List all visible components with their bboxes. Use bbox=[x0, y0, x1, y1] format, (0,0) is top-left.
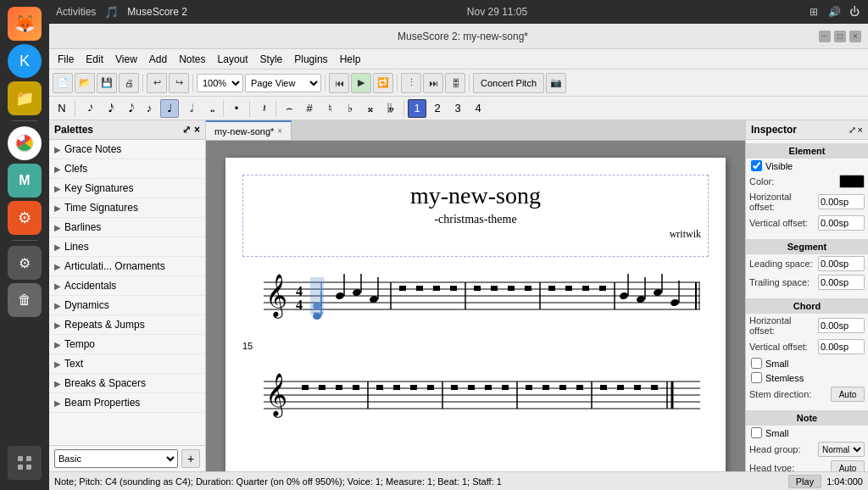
play-button[interactable]: ▶ bbox=[351, 73, 371, 93]
inspector-expand-icon[interactable]: ⤢ bbox=[849, 125, 856, 136]
rewind-button[interactable]: ⏮ bbox=[329, 73, 349, 93]
palette-type-select[interactable]: Basic Advanced bbox=[54, 449, 178, 468]
restore-button[interactable]: □ bbox=[834, 31, 846, 42]
palette-clefs[interactable]: ▶ Clefs bbox=[49, 159, 205, 179]
sidebar-separator bbox=[12, 120, 37, 121]
chrome-icon[interactable] bbox=[8, 126, 42, 160]
stemless-checkbox[interactable] bbox=[751, 372, 762, 383]
zoom-select[interactable]: 100% 75% 150% bbox=[197, 74, 243, 92]
firefox-icon[interactable]: 🦊 bbox=[8, 7, 42, 41]
h-offset-input[interactable] bbox=[818, 194, 865, 209]
palette-repeats[interactable]: ▶ Repeats & Jumps bbox=[49, 315, 205, 335]
color-picker[interactable] bbox=[839, 175, 865, 188]
trash-icon[interactable]: 🗑 bbox=[8, 283, 42, 317]
accidental-flat[interactable]: ♭ bbox=[341, 99, 359, 118]
svg-rect-81 bbox=[651, 385, 658, 390]
view-mode-select[interactable]: Page View Continuous View bbox=[245, 74, 321, 92]
menu-style[interactable]: Style bbox=[255, 52, 288, 67]
ubuntu-icon[interactable]: ⚙ bbox=[8, 201, 42, 235]
palette-tempo[interactable]: ▶ Tempo bbox=[49, 335, 205, 354]
palette-time-signatures[interactable]: ▶ Time Signatures bbox=[49, 198, 205, 218]
menu-notes[interactable]: Notes bbox=[174, 52, 210, 67]
undo-button[interactable]: ↩ bbox=[147, 73, 167, 93]
visible-checkbox[interactable] bbox=[751, 160, 762, 171]
palette-beam-properties[interactable]: ▶ Beam Properties bbox=[49, 393, 205, 413]
acc-2sharp[interactable]: 𝄪 bbox=[361, 99, 380, 118]
kde-icon[interactable]: K bbox=[8, 44, 42, 78]
rest-button[interactable]: 𝄽 bbox=[253, 99, 272, 118]
trailing-input[interactable] bbox=[818, 275, 865, 290]
score-canvas[interactable]: my-new-song -christmas-theme writwik bbox=[206, 141, 745, 471]
concert-pitch-button[interactable]: Concert Pitch bbox=[473, 73, 544, 93]
open-button[interactable]: 📂 bbox=[75, 73, 95, 93]
activities-label[interactable]: Activities bbox=[56, 6, 96, 18]
metronome-left[interactable]: ⋮ bbox=[401, 73, 421, 93]
musescore-sidebar-icon[interactable]: M bbox=[8, 164, 42, 198]
head-group-select[interactable]: Normal Cross bbox=[818, 442, 865, 457]
add-palette-button[interactable]: + bbox=[181, 449, 200, 468]
new-button[interactable]: 📄 bbox=[53, 73, 73, 93]
status-play-button[interactable]: Play bbox=[788, 475, 821, 488]
minimize-button[interactable]: − bbox=[819, 31, 831, 42]
head-type-value[interactable]: Auto bbox=[831, 460, 865, 471]
main-content: Palettes ⤢ × ▶ Grace Notes ▶ Clefs bbox=[49, 120, 868, 471]
menu-layout[interactable]: Layout bbox=[213, 52, 253, 67]
skip-forward[interactable]: ⏭ bbox=[423, 73, 443, 93]
chord-v-input[interactable] bbox=[818, 339, 865, 354]
v-offset-input[interactable] bbox=[818, 215, 865, 231]
note-whole[interactable]: 𝅝 bbox=[201, 99, 220, 118]
leading-input[interactable] bbox=[818, 256, 865, 271]
folder-icon[interactable]: 📁 bbox=[8, 81, 42, 115]
menu-edit[interactable]: Edit bbox=[81, 52, 108, 67]
palette-dynamics[interactable]: ▶ Dynamics bbox=[49, 296, 205, 315]
voice-4[interactable]: 4 bbox=[469, 99, 487, 118]
note-64th[interactable]: 𝅘𝅥𝅯 bbox=[79, 99, 97, 118]
mixer-button[interactable]: 🎛 bbox=[445, 73, 465, 93]
note-16th[interactable]: 𝅘𝅥𝅮 bbox=[120, 99, 138, 118]
acc-2flat[interactable]: 𝄫 bbox=[381, 99, 400, 118]
close-button[interactable]: × bbox=[849, 31, 861, 42]
palette-lines[interactable]: ▶ Lines bbox=[49, 237, 205, 257]
palette-grace-notes[interactable]: ▶ Grace Notes bbox=[49, 140, 205, 159]
accidental-sharp[interactable]: # bbox=[300, 99, 319, 118]
palettes-expand-icon[interactable]: ⤢ bbox=[182, 124, 191, 136]
menu-plugins[interactable]: Plugins bbox=[289, 52, 332, 67]
voice-3[interactable]: 3 bbox=[448, 99, 467, 118]
dotted-note[interactable]: • bbox=[227, 99, 246, 118]
tie-button[interactable]: ⌢ bbox=[280, 99, 298, 118]
palette-breaks[interactable]: ▶ Breaks & Spacers bbox=[49, 374, 205, 393]
note-input-toggle[interactable]: N bbox=[53, 99, 71, 118]
palette-label: Articulati... Ornaments bbox=[64, 260, 165, 272]
palette-accidentals[interactable]: ▶ Accidentals bbox=[49, 276, 205, 296]
voice-2[interactable]: 2 bbox=[428, 99, 447, 118]
palettes-close-icon[interactable]: × bbox=[194, 124, 200, 136]
score-tab-main[interactable]: my-new-song* × bbox=[206, 120, 292, 140]
menu-add[interactable]: Add bbox=[144, 52, 172, 67]
tab-close[interactable]: × bbox=[277, 126, 282, 136]
accidental-natural[interactable]: ♮ bbox=[320, 99, 339, 118]
note-32nd[interactable]: 𝅘𝅥𝅯 bbox=[99, 99, 118, 118]
screenshot-button[interactable]: 📷 bbox=[546, 73, 566, 93]
note-half[interactable]: 𝅗𝅥 bbox=[181, 99, 199, 118]
apps-button[interactable] bbox=[8, 446, 42, 480]
voice-1[interactable]: 1 bbox=[408, 99, 426, 118]
palette-key-signatures[interactable]: ▶ Key Signatures bbox=[49, 179, 205, 198]
menu-help[interactable]: Help bbox=[335, 52, 366, 67]
menu-file[interactable]: File bbox=[53, 52, 79, 67]
note-8th[interactable]: ♪ bbox=[140, 99, 159, 118]
loop-button[interactable]: 🔁 bbox=[373, 73, 393, 93]
menu-view[interactable]: View bbox=[110, 52, 142, 67]
redo-button[interactable]: ↪ bbox=[169, 73, 189, 93]
stem-dir-value[interactable]: Auto bbox=[831, 387, 865, 402]
palette-text[interactable]: ▶ Text bbox=[49, 354, 205, 374]
inspector-close-icon[interactable]: × bbox=[858, 125, 863, 136]
palette-articulations[interactable]: ▶ Articulati... Ornaments bbox=[49, 257, 205, 276]
save-button[interactable]: 💾 bbox=[97, 73, 117, 93]
chord-h-input[interactable] bbox=[818, 318, 865, 333]
print-button[interactable]: 🖨 bbox=[119, 73, 139, 93]
note-quarter[interactable]: ♩ bbox=[160, 99, 179, 118]
palette-barlines[interactable]: ▶ Barlines bbox=[49, 218, 205, 237]
chord-small-checkbox[interactable] bbox=[751, 358, 762, 369]
note-small-checkbox[interactable] bbox=[751, 427, 762, 438]
settings-icon[interactable]: ⚙ bbox=[8, 246, 42, 280]
